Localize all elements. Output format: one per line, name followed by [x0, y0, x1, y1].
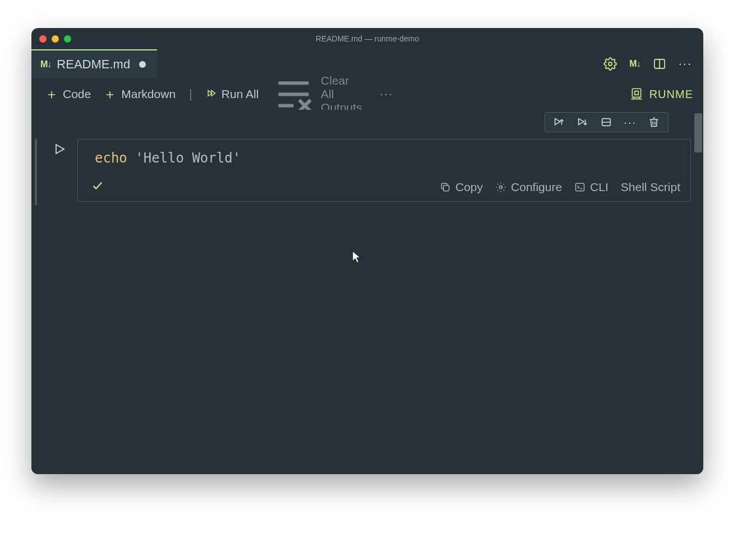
configure-button[interactable]: Configure	[495, 180, 562, 194]
cell-focus-bar	[35, 139, 37, 205]
plus-icon: ＋	[103, 87, 117, 101]
notebook-area: ···	[31, 110, 703, 474]
run-all-button[interactable]: Run All	[202, 85, 262, 103]
titlebar: README.md — runme-demo	[31, 28, 703, 49]
scrollbar-thumb[interactable]	[694, 113, 702, 152]
success-check-icon	[91, 179, 104, 194]
split-cell-icon[interactable]	[600, 116, 612, 128]
run-above-icon[interactable]	[553, 116, 565, 128]
svg-marker-16	[579, 119, 584, 125]
add-markdown-label: Markdown	[121, 87, 176, 101]
run-all-label: Run All	[222, 87, 259, 101]
svg-marker-15	[555, 119, 560, 125]
tab-actions: M↓ ···	[603, 49, 703, 78]
tab-readme[interactable]: M↓ README.md	[31, 49, 157, 78]
delete-cell-icon[interactable]	[648, 116, 660, 128]
code-editor[interactable]: echo 'Hello World'	[78, 140, 690, 176]
language-label: Shell Script	[621, 180, 680, 194]
minimize-window-button[interactable]	[52, 35, 59, 43]
mouse-cursor-icon	[352, 250, 362, 267]
split-editor-icon[interactable]	[653, 57, 666, 71]
run-below-icon[interactable]	[577, 116, 589, 128]
svg-point-23	[500, 185, 503, 188]
markdown-file-icon: M↓	[40, 59, 51, 69]
preview-markdown-icon[interactable]: M↓	[629, 59, 640, 69]
configure-label: Configure	[511, 180, 562, 194]
code-token-command: echo	[95, 150, 127, 166]
toolbar-more-icon[interactable]: ···	[373, 87, 393, 101]
settings-gear-icon[interactable]	[603, 57, 617, 71]
maximize-window-button[interactable]	[64, 35, 71, 43]
cli-button[interactable]: CLI	[574, 180, 609, 194]
window-title: README.md — runme-demo	[31, 34, 703, 43]
app-window: README.md — runme-demo M↓ README.md M↓	[31, 28, 703, 474]
runme-kernel-button[interactable]: RUNME	[629, 87, 693, 101]
tab-bar: M↓ README.md M↓ ···	[31, 49, 703, 78]
dirty-indicator-icon	[139, 61, 146, 68]
copy-button[interactable]: Copy	[440, 180, 483, 194]
svg-rect-22	[444, 185, 449, 191]
copy-label: Copy	[455, 180, 483, 194]
svg-rect-24	[576, 183, 584, 191]
run-cell-icon[interactable]	[53, 142, 66, 156]
plus-icon: ＋	[45, 87, 58, 101]
window-controls	[39, 35, 71, 43]
cell-gutter	[42, 139, 77, 202]
add-code-label: Code	[63, 87, 91, 101]
add-code-button[interactable]: ＋ Code	[42, 85, 94, 103]
tab-filename: README.md	[57, 57, 130, 72]
svg-marker-21	[56, 145, 64, 154]
code-token-string: 'Hello World'	[127, 150, 241, 166]
svg-point-0	[609, 62, 612, 66]
code-cell: echo 'Hello World'	[42, 139, 691, 202]
more-actions-icon[interactable]: ···	[679, 58, 692, 70]
cli-label: CLI	[590, 180, 609, 194]
cell-body: echo 'Hello World'	[77, 139, 691, 202]
notebook-toolbar: ＋ Code ＋ Markdown | Run All Clear All Ou…	[31, 78, 703, 110]
cell-footer: Copy Configure	[78, 176, 690, 201]
cell-toolbar: ···	[545, 112, 669, 132]
svg-rect-11	[634, 91, 638, 95]
toolbar-separator: |	[185, 87, 197, 101]
cell-more-icon[interactable]: ···	[624, 117, 637, 128]
svg-rect-10	[632, 89, 640, 97]
runme-label: RUNME	[649, 88, 693, 101]
close-window-button[interactable]	[39, 35, 47, 43]
add-markdown-button[interactable]: ＋ Markdown	[100, 85, 179, 103]
clear-outputs-label: Clear All Outputs	[321, 74, 364, 114]
language-picker[interactable]: Shell Script	[621, 180, 680, 194]
